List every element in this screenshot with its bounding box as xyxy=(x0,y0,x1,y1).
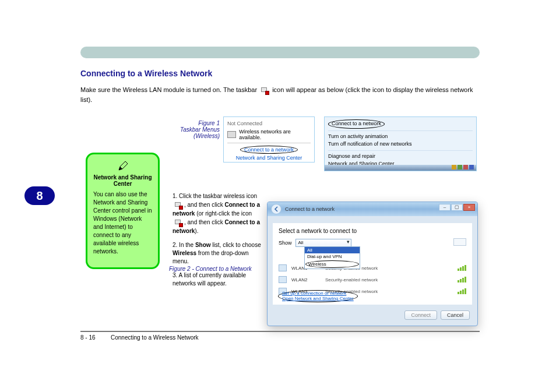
context-menu-panel: Connect to a network Turn on activity an… xyxy=(324,116,477,171)
window-prompt: Select a network to connect to xyxy=(279,228,466,234)
nsc-link[interactable]: Network and Sharing Center xyxy=(227,155,311,161)
note-box: Network and Sharing Center You can also … xyxy=(86,153,160,269)
instruction-steps: 1. Click the taskbar wireless icon , and… xyxy=(173,192,263,288)
figure-1: Figure 1 Taskbar Menus (Wireless) Not Co… xyxy=(223,116,315,163)
step-1: 1. Click the taskbar wireless icon , and… xyxy=(173,192,263,235)
divider xyxy=(328,150,473,151)
figure-2-context-menu: Connect to a network Turn on activity an… xyxy=(324,116,477,171)
step2-b2: Wireless xyxy=(173,250,196,256)
menu-item-connect[interactable]: Connect to a network xyxy=(328,119,473,129)
connect-link-row[interactable]: Connect to a network xyxy=(227,146,311,154)
setup-connection-link[interactable]: Set up a connection or network xyxy=(282,291,354,296)
step1-tail: (or right-click the icon xyxy=(196,210,252,217)
signal-icon xyxy=(458,288,466,294)
show-row: Show All xyxy=(279,239,466,247)
fig1-caption-title2: (Wireless) xyxy=(193,133,220,139)
not-connected-label: Not Connected xyxy=(227,121,311,126)
tray-dot-icon xyxy=(458,165,462,169)
window-buttons: – ▢ × xyxy=(439,204,475,211)
back-button[interactable] xyxy=(271,204,281,214)
footer-title: Connecting to a Wireless Network xyxy=(111,334,199,341)
note-title-1: Network and Sharing xyxy=(93,174,152,181)
step-2: 2. In the Show list, click to choose Wir… xyxy=(173,241,263,266)
show-value: All xyxy=(296,240,304,245)
menu-item-activity[interactable]: Turn on activity animation xyxy=(328,133,473,141)
footer-rule xyxy=(80,331,480,332)
menu-item-diagnose[interactable]: Diagnose and repair xyxy=(328,153,473,161)
network-adapter-icon xyxy=(279,264,287,271)
step-3: 3. A list of currently available network… xyxy=(173,271,263,288)
taskbar-popup: Not Connected Wireless networks are avai… xyxy=(223,116,315,163)
note-title: Network and Sharing Center xyxy=(93,174,152,187)
divider xyxy=(328,130,473,131)
open-nsc-link[interactable]: Open Network and Sharing Center xyxy=(282,296,354,301)
page-number: 8 - 16 xyxy=(80,334,96,341)
chapter-tab: 8 xyxy=(24,186,55,205)
show-label: Show xyxy=(279,240,292,246)
close-button[interactable]: × xyxy=(463,204,475,211)
show-dropdown[interactable]: All xyxy=(295,239,351,247)
network-tray-icon xyxy=(174,200,183,210)
step1-cont2: , and then click xyxy=(184,219,224,225)
pencil-svg xyxy=(117,160,129,172)
fig1-caption-title1: Taskbar Menus xyxy=(180,126,220,133)
pencil-icon xyxy=(93,160,152,174)
section-heading: Connecting to a Wireless Network xyxy=(80,69,212,78)
intro-paragraph: Make sure the Wireless LAN module is tur… xyxy=(80,85,483,105)
network-security: Security-enabled network xyxy=(325,277,453,282)
refresh-button[interactable] xyxy=(453,238,466,246)
back-arrow-icon xyxy=(273,206,279,212)
note-title-2: Center xyxy=(114,181,132,187)
connect-window: Connect to a network – ▢ × Select a netw… xyxy=(267,202,478,326)
fig3-caption-title: Connect to a Network xyxy=(196,266,252,272)
dd-option-all[interactable]: All xyxy=(305,247,360,253)
connect-link-highlight: Connect to a network xyxy=(240,146,298,154)
dd-option-dialvpn[interactable]: Dial-up and VPN xyxy=(305,253,360,260)
figure-1-caption: Figure 1 Taskbar Menus (Wireless) xyxy=(173,120,220,139)
connect-highlight: Connect to a network xyxy=(328,119,385,129)
network-adapter-icon xyxy=(279,276,287,283)
wireless-available-text: Wireless networks are available. xyxy=(239,129,311,140)
window-footer: Connect Cancel xyxy=(273,308,472,322)
section-rule xyxy=(80,47,480,58)
cancel-button[interactable]: Cancel xyxy=(441,310,470,320)
network-tray-icon xyxy=(260,86,269,95)
window-links: Set up a connection or network Open Netw… xyxy=(278,290,358,302)
step2-b1: Show xyxy=(195,242,211,248)
signal-icon xyxy=(458,277,466,282)
minimize-button[interactable]: – xyxy=(439,204,451,211)
fig3-caption-num: Figure 2 xyxy=(169,266,191,272)
step1-cont: , and then click xyxy=(184,202,224,208)
show-dropdown-list: All Dial-up and VPN Wireless xyxy=(304,246,360,269)
network-name: WLAN2 xyxy=(291,277,321,282)
step2-lead: 2. In the xyxy=(173,242,195,248)
connect-button[interactable]: Connect xyxy=(404,310,437,320)
note-body: You can also use the Network and Sharing… xyxy=(93,190,152,256)
network-icon xyxy=(227,131,236,138)
fig1-caption-num: Figure 1 xyxy=(198,120,220,126)
menu-item-notifications[interactable]: Turn off notification of new networks xyxy=(328,140,473,149)
connect-link-text: Connect to a network xyxy=(244,147,294,153)
tray-dot-icon xyxy=(452,165,456,169)
window-titlebar: Connect to a network – ▢ × xyxy=(268,202,477,216)
menu-item-connect-text: Connect to a network xyxy=(332,121,381,126)
figure-3-caption: Figure 2 - Connect to a Network xyxy=(169,266,262,272)
tray-dot-icon xyxy=(463,165,468,169)
network-tray-icon xyxy=(174,218,183,227)
tray-dot-icon xyxy=(469,165,474,169)
figure-3: Figure 2 - Connect to a Network Connect … xyxy=(267,202,478,326)
window-title: Connect to a network xyxy=(285,206,335,212)
step2-mid: list, click to choose xyxy=(211,242,261,248)
divider xyxy=(227,143,311,143)
network-row[interactable]: WLAN2 Security-enabled network xyxy=(279,274,466,285)
step1-lead: 1. Click the taskbar wireless icon xyxy=(173,193,257,199)
dd-option-wireless[interactable]: Wireless xyxy=(305,260,359,268)
links-highlight: Set up a connection or network Open Netw… xyxy=(278,290,358,302)
intro-text-1: Make sure the Wireless LAN module is tur… xyxy=(80,86,259,93)
wireless-available-row: Wireless networks are available. xyxy=(227,129,311,140)
step1-tail2: ). xyxy=(195,228,198,234)
maximize-button[interactable]: ▢ xyxy=(451,204,463,211)
tray-icons xyxy=(452,165,474,171)
signal-icon xyxy=(458,265,466,271)
